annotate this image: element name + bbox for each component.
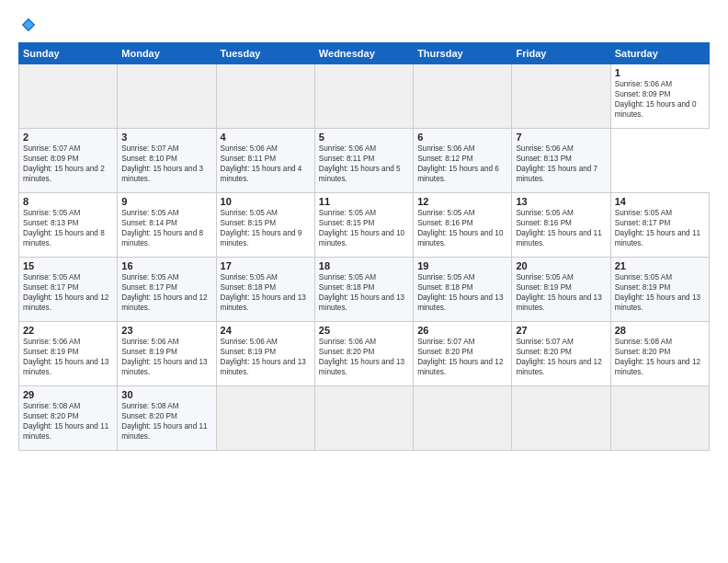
day-info: Sunrise: 5:06 AMSunset: 8:19 PMDaylight:…	[221, 337, 311, 377]
day-info: Sunrise: 5:05 AMSunset: 8:15 PMDaylight:…	[319, 208, 409, 248]
day-info: Sunrise: 5:06 AMSunset: 8:19 PMDaylight:…	[23, 337, 113, 377]
calendar-cell	[19, 64, 118, 129]
calendar-day-header: Thursday	[414, 43, 512, 64]
calendar-day-header: Friday	[512, 43, 610, 64]
day-number: 10	[221, 196, 311, 207]
calendar-cell: 8Sunrise: 5:05 AMSunset: 8:13 PMDaylight…	[19, 193, 118, 258]
calendar-cell: 13Sunrise: 5:05 AMSunset: 8:16 PMDayligh…	[512, 193, 610, 258]
logo	[18, 17, 37, 33]
day-number: 19	[417, 260, 507, 271]
calendar-cell: 22Sunrise: 5:06 AMSunset: 8:19 PMDayligh…	[19, 322, 118, 386]
calendar-day-header: Tuesday	[216, 43, 314, 64]
calendar-cell: 11Sunrise: 5:05 AMSunset: 8:15 PMDayligh…	[314, 193, 413, 258]
day-info: Sunrise: 5:05 AMSunset: 8:17 PMDaylight:…	[121, 272, 211, 313]
calendar-cell: 24Sunrise: 5:06 AMSunset: 8:19 PMDayligh…	[216, 322, 314, 386]
calendar-table: SundayMondayTuesdayWednesdayThursdayFrid…	[18, 42, 710, 451]
day-info: Sunrise: 5:07 AMSunset: 8:10 PMDaylight:…	[121, 144, 211, 184]
calendar-cell: 1Sunrise: 5:06 AMSunset: 8:09 PMDaylight…	[610, 64, 709, 129]
calendar-cell	[414, 386, 512, 451]
calendar-cell	[414, 64, 512, 129]
calendar-week-row: 15Sunrise: 5:05 AMSunset: 8:17 PMDayligh…	[19, 258, 710, 322]
day-info: Sunrise: 5:05 AMSunset: 8:16 PMDaylight:…	[516, 208, 606, 248]
day-info: Sunrise: 5:06 AMSunset: 8:09 PMDaylight:…	[615, 79, 705, 120]
day-number: 29	[23, 389, 113, 400]
calendar-cell: 6Sunrise: 5:06 AMSunset: 8:12 PMDaylight…	[414, 129, 512, 193]
day-info: Sunrise: 5:06 AMSunset: 8:12 PMDaylight:…	[417, 144, 507, 184]
day-info: Sunrise: 5:05 AMSunset: 8:13 PMDaylight:…	[23, 208, 113, 248]
calendar-cell	[512, 64, 610, 129]
day-info: Sunrise: 5:07 AMSunset: 8:20 PMDaylight:…	[516, 337, 606, 377]
day-number: 1	[615, 67, 705, 78]
calendar-week-row: 22Sunrise: 5:06 AMSunset: 8:19 PMDayligh…	[19, 322, 710, 386]
calendar-cell: 16Sunrise: 5:05 AMSunset: 8:17 PMDayligh…	[118, 258, 216, 322]
day-info: Sunrise: 5:08 AMSunset: 8:20 PMDaylight:…	[121, 401, 211, 442]
calendar-cell: 23Sunrise: 5:06 AMSunset: 8:19 PMDayligh…	[118, 322, 216, 386]
day-number: 30	[121, 389, 211, 400]
calendar-cell: 26Sunrise: 5:07 AMSunset: 8:20 PMDayligh…	[414, 322, 512, 386]
day-number: 8	[23, 196, 113, 207]
day-number: 7	[516, 132, 606, 143]
calendar-cell: 20Sunrise: 5:05 AMSunset: 8:19 PMDayligh…	[512, 258, 610, 322]
day-info: Sunrise: 5:06 AMSunset: 8:20 PMDaylight:…	[319, 337, 409, 377]
calendar-day-header: Monday	[118, 43, 216, 64]
day-info: Sunrise: 5:05 AMSunset: 8:14 PMDaylight:…	[121, 208, 211, 248]
day-number: 9	[121, 196, 211, 207]
day-number: 18	[319, 260, 409, 271]
day-number: 14	[615, 196, 705, 207]
calendar-cell	[610, 386, 709, 451]
calendar-cell	[314, 386, 413, 451]
day-number: 12	[417, 196, 507, 207]
calendar-cell: 19Sunrise: 5:05 AMSunset: 8:18 PMDayligh…	[414, 258, 512, 322]
day-info: Sunrise: 5:05 AMSunset: 8:15 PMDaylight:…	[221, 208, 311, 248]
day-number: 27	[516, 325, 606, 336]
day-number: 28	[615, 325, 705, 336]
calendar-cell: 3Sunrise: 5:07 AMSunset: 8:10 PMDaylight…	[118, 129, 216, 193]
calendar-cell: 7Sunrise: 5:06 AMSunset: 8:13 PMDaylight…	[512, 129, 610, 193]
header	[18, 17, 710, 33]
day-info: Sunrise: 5:08 AMSunset: 8:20 PMDaylight:…	[23, 401, 113, 442]
day-info: Sunrise: 5:05 AMSunset: 8:18 PMDaylight:…	[417, 272, 507, 313]
calendar-week-row: 2Sunrise: 5:07 AMSunset: 8:09 PMDaylight…	[19, 129, 710, 193]
calendar-day-header: Sunday	[19, 43, 118, 64]
calendar-cell	[314, 64, 413, 129]
day-info: Sunrise: 5:05 AMSunset: 8:17 PMDaylight:…	[23, 272, 113, 313]
day-info: Sunrise: 5:08 AMSunset: 8:20 PMDaylight:…	[615, 337, 705, 377]
calendar-cell: 14Sunrise: 5:05 AMSunset: 8:17 PMDayligh…	[610, 193, 709, 258]
calendar-cell: 2Sunrise: 5:07 AMSunset: 8:09 PMDaylight…	[19, 129, 118, 193]
calendar-cell: 29Sunrise: 5:08 AMSunset: 8:20 PMDayligh…	[19, 386, 118, 451]
logo-icon	[20, 17, 37, 33]
calendar-cell: 25Sunrise: 5:06 AMSunset: 8:20 PMDayligh…	[314, 322, 413, 386]
calendar-cell: 28Sunrise: 5:08 AMSunset: 8:20 PMDayligh…	[610, 322, 709, 386]
day-info: Sunrise: 5:07 AMSunset: 8:20 PMDaylight:…	[417, 337, 507, 377]
day-number: 2	[23, 132, 113, 143]
calendar-cell: 4Sunrise: 5:06 AMSunset: 8:11 PMDaylight…	[216, 129, 314, 193]
calendar-cell	[512, 386, 610, 451]
day-number: 24	[221, 325, 311, 336]
day-info: Sunrise: 5:05 AMSunset: 8:19 PMDaylight:…	[615, 272, 705, 313]
calendar-cell	[118, 64, 216, 129]
calendar-header-row: SundayMondayTuesdayWednesdayThursdayFrid…	[19, 43, 710, 64]
logo-text	[18, 17, 37, 33]
day-info: Sunrise: 5:05 AMSunset: 8:17 PMDaylight:…	[615, 208, 705, 248]
day-number: 13	[516, 196, 606, 207]
day-number: 4	[221, 132, 311, 143]
calendar-cell	[216, 386, 314, 451]
calendar-cell: 9Sunrise: 5:05 AMSunset: 8:14 PMDaylight…	[118, 193, 216, 258]
day-number: 25	[319, 325, 409, 336]
calendar-cell: 21Sunrise: 5:05 AMSunset: 8:19 PMDayligh…	[610, 258, 709, 322]
calendar-cell: 5Sunrise: 5:06 AMSunset: 8:11 PMDaylight…	[314, 129, 413, 193]
calendar-cell: 12Sunrise: 5:05 AMSunset: 8:16 PMDayligh…	[414, 193, 512, 258]
day-info: Sunrise: 5:05 AMSunset: 8:18 PMDaylight:…	[221, 272, 311, 313]
calendar-cell: 30Sunrise: 5:08 AMSunset: 8:20 PMDayligh…	[118, 386, 216, 451]
calendar-cell: 18Sunrise: 5:05 AMSunset: 8:18 PMDayligh…	[314, 258, 413, 322]
calendar-cell: 10Sunrise: 5:05 AMSunset: 8:15 PMDayligh…	[216, 193, 314, 258]
day-info: Sunrise: 5:06 AMSunset: 8:11 PMDaylight:…	[319, 144, 409, 184]
calendar-week-row: 29Sunrise: 5:08 AMSunset: 8:20 PMDayligh…	[19, 386, 710, 451]
day-info: Sunrise: 5:05 AMSunset: 8:16 PMDaylight:…	[417, 208, 507, 248]
day-number: 22	[23, 325, 113, 336]
day-number: 6	[417, 132, 507, 143]
day-info: Sunrise: 5:07 AMSunset: 8:09 PMDaylight:…	[23, 144, 113, 184]
day-number: 16	[121, 260, 211, 271]
day-info: Sunrise: 5:05 AMSunset: 8:18 PMDaylight:…	[319, 272, 409, 313]
day-number: 23	[121, 325, 211, 336]
